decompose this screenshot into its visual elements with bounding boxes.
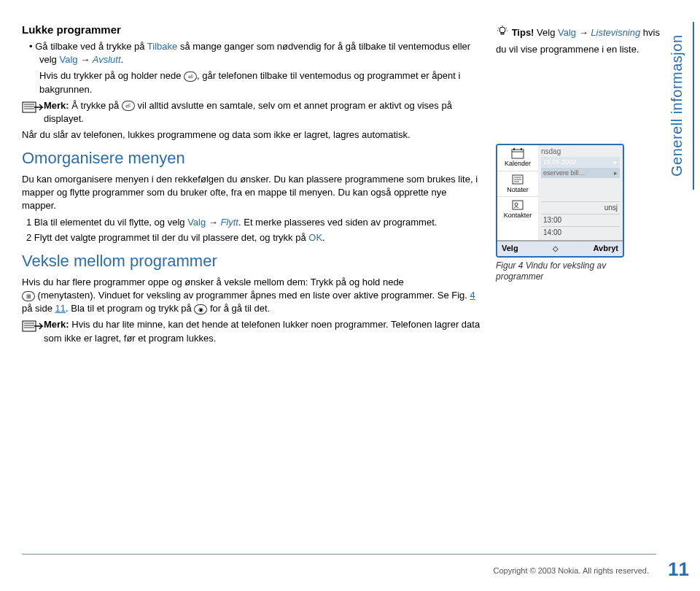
text: 1 Bla til elementet du vil flytte, og ve… [26,217,187,228]
softkey-left[interactable]: Velg [502,243,518,254]
note-lukke: Merk: Å trykke på vil alltid avslutte en… [22,99,481,125]
para-hvis: Hvis du trykker på og holder nede , går … [22,69,481,96]
link-ok: OK [308,232,322,243]
note-veksle: Merk: Hvis du har lite minne, kan det he… [22,318,481,344]
text: . Bla til et program og trykk på [66,303,194,314]
list-item[interactable]: Notater [497,171,538,198]
link-flytt: Flytt [220,217,238,228]
figure-4: Kalender Notater Kontakter nsdag [496,144,627,283]
text: Hvis du trykker på og holder nede [39,70,184,81]
item-label: Kontakter [504,211,532,220]
end-key-icon [184,72,197,82]
date-label: 15.05.2002 [543,158,576,166]
para-veksle: Hvis du har flere programmer oppe og øns… [22,276,481,316]
list-item[interactable]: Kalender [497,145,538,171]
entry-mark: ▸ [614,169,618,178]
step-1: 1 Bla til elementet du vil flytte, og ve… [22,216,481,229]
link-side[interactable]: 11 [55,303,66,314]
joystick-icon [194,304,207,314]
text: Hvis du har lite minne, kan det hende at… [44,319,480,343]
item-label: Kalender [505,159,531,169]
svg-rect-4 [513,148,515,150]
text: Å trykke på [71,100,122,111]
softkey-bar: Velg ◇ Avbryt [497,241,623,255]
time-hint: unsj [541,201,620,214]
phone-screen: Kalender Notater Kontakter nsdag [496,144,624,258]
main-column: Lukke programmer Gå tilbake ved å trykke… [22,22,496,345]
text: Gå tilbake ved å trykke på [35,41,147,52]
footer-divider [22,554,656,555]
nav-indicator-icon: ◇ [553,244,559,254]
note-label: Merk: [44,319,71,330]
text: Hvis du har flere programmer oppe og øns… [22,277,404,287]
item-label: Notater [507,185,529,195]
arrow-icon: → [576,27,591,38]
time-row: 14:00 [541,226,620,239]
arrow-icon: → [206,217,220,228]
lightbulb-icon [496,25,509,42]
softkey-right[interactable]: Avbryt [594,243,618,254]
link-valg: Valg [59,54,77,65]
calendar-icon [510,147,525,159]
text: Velg [537,27,558,38]
arrow-icon: → [80,54,90,65]
heading-omorganisere: Omorganisere menyen [22,147,481,170]
svg-point-2 [499,27,505,33]
text: på side [22,303,55,314]
text: . [322,232,325,243]
tip-block: Tips! Velg Valg → Listevisning hvis du v… [496,25,671,56]
app-switcher-list: Kalender Notater Kontakter [497,145,538,240]
note-icon [22,99,44,115]
step-2: 2 Flytt det valgte programmet til der du… [22,231,481,244]
svg-rect-5 [521,148,522,150]
text: 2 Flytt det valgte programmet til der du… [26,232,308,243]
text: . Et merke plasseres ved siden av progra… [238,217,437,228]
notes-icon [510,174,525,185]
entry-label: eservere bill… [543,169,586,178]
tip-liste: Listevisning [591,27,640,38]
svg-rect-0 [23,102,36,112]
link-valg: Valg [187,217,206,228]
link-fig[interactable]: 4 [470,290,475,301]
heading-lukke: Lukke programmer [22,22,481,37]
note-icon [22,318,44,334]
link-tilbake: Tilbake [147,41,177,52]
text: for å gå til det. [207,303,270,314]
copyright: Copyright © 2003 Nokia. All rights reser… [493,565,649,576]
text: . [121,54,124,65]
day-label: nsdag [541,147,620,157]
svg-rect-3 [512,150,524,158]
list-item[interactable]: Kontakter [497,197,538,223]
section-tab: Generell informasjon [666,22,694,190]
tip-valg: Valg [558,27,576,38]
note-label: Merk: [44,100,71,111]
svg-rect-1 [23,321,36,331]
tip-lead: Tips! [512,27,537,38]
link-avslutt: Avslutt [93,54,121,65]
heading-veksle: Veksle mellom programmer [22,250,481,273]
page-number: 11 [668,556,689,582]
time-row: 13:00 [541,214,620,226]
bullet-lukke: Gå tilbake ved å trykke på Tilbake så ma… [22,40,481,66]
para-nar: Når du slår av telefonen, lukkes program… [22,128,481,142]
figure-caption: Figur 4 Vindu for veksling av programmer [496,260,627,283]
calendar-bg: nsdag 15.05.2002 ▸ eservere bill…▸ unsj … [538,145,623,240]
end-key-icon [122,101,135,111]
menu-key-icon [22,291,35,301]
contacts-icon [510,199,525,211]
para-om: Du kan omorganisere menyen i den rekkefø… [22,173,481,213]
text: (menytasten). Vinduet for veksling av pr… [35,290,470,301]
sidebar: Tips! Velg Valg → Listevisning hvis du v… [496,22,671,345]
